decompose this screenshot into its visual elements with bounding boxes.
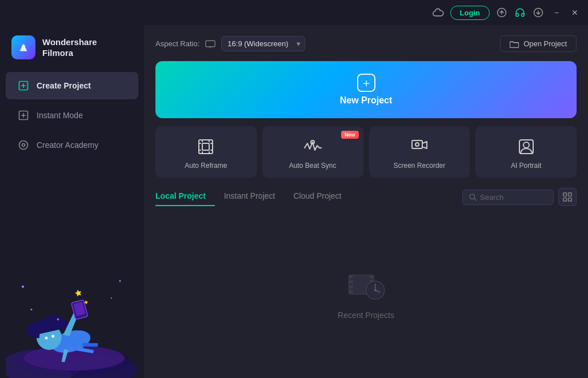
auto-beat-sync-icon <box>302 136 323 157</box>
svg-rect-51 <box>563 193 567 196</box>
svg-point-11 <box>19 141 28 150</box>
empty-projects-icon <box>346 263 386 303</box>
svg-text:✦: ✦ <box>82 298 90 307</box>
svg-point-26 <box>22 285 24 288</box>
svg-point-28 <box>111 297 112 299</box>
titlebar: Login − ✕ <box>0 0 588 25</box>
create-project-label: Create Project <box>37 81 91 90</box>
svg-rect-59 <box>349 290 353 293</box>
grid-view-icon <box>563 192 572 202</box>
auto-reframe-icon <box>195 136 216 157</box>
auto-beat-sync-label: Auto Beat Sync <box>289 162 337 170</box>
folder-icon <box>510 40 519 48</box>
monitor-icon <box>205 40 215 48</box>
svg-rect-44 <box>412 140 422 148</box>
brand: Wondershare Filmora <box>0 25 144 71</box>
download-icon[interactable] <box>532 6 545 19</box>
svg-point-46 <box>415 143 419 146</box>
svg-point-48 <box>523 142 529 148</box>
tabs-row: Local Project Instant Project Cloud Proj… <box>155 188 577 206</box>
instant-mode-label: Instant Mode <box>37 111 83 120</box>
open-project-label: Open Project <box>523 39 567 48</box>
aspect-ratio-row: Aspect Ratio: 16:9 (Widescreen) 9:16 (Po… <box>155 36 305 51</box>
feature-card-ai-portrait[interactable]: AI Portrait <box>475 126 577 178</box>
new-badge: New <box>341 131 359 139</box>
create-project-icon <box>17 79 30 92</box>
sidebar-item-create-project[interactable]: Create Project <box>6 72 138 99</box>
tab-cloud-project[interactable]: Cloud Project <box>284 188 350 206</box>
screen-recorder-icon <box>409 136 430 157</box>
search-input[interactable] <box>480 193 543 202</box>
svg-rect-52 <box>569 193 572 196</box>
tab-local-project[interactable]: Local Project <box>155 188 215 206</box>
svg-rect-33 <box>199 140 213 154</box>
sidebar-item-creator-academy[interactable]: Creator Academy <box>6 131 138 159</box>
aspect-ratio-label: Aspect Ratio: <box>155 39 199 48</box>
svg-rect-60 <box>370 275 374 278</box>
content-area: Aspect Ratio: 16:9 (Widescreen) 9:16 (Po… <box>144 25 588 378</box>
svg-rect-30 <box>206 41 215 47</box>
feature-card-auto-beat-sync[interactable]: New Auto Beat Sync <box>262 126 363 178</box>
top-bar: Aspect Ratio: 16:9 (Widescreen) 9:16 (Po… <box>155 35 577 52</box>
svg-rect-58 <box>349 285 353 288</box>
new-project-label: New Project <box>340 95 393 106</box>
brand-logo <box>11 35 35 59</box>
svg-rect-34 <box>202 143 209 150</box>
creator-academy-label: Creator Academy <box>37 140 98 150</box>
feature-cards: Auto Reframe New Auto Beat Sync <box>155 126 577 178</box>
grid-view-button[interactable] <box>558 188 577 206</box>
svg-rect-57 <box>349 280 353 283</box>
svg-point-12 <box>22 144 25 147</box>
close-button[interactable]: ✕ <box>569 6 581 19</box>
aspect-ratio-select[interactable]: 16:9 (Widescreen) 9:16 (Portrait) 1:1 (S… <box>221 36 305 51</box>
aspect-ratio-wrapper[interactable]: 16:9 (Widescreen) 9:16 (Portrait) 1:1 (S… <box>221 36 305 51</box>
cloud-icon[interactable] <box>432 6 445 19</box>
svg-marker-45 <box>422 142 427 148</box>
new-project-plus-icon: ＋ <box>357 74 375 92</box>
svg-point-29 <box>31 309 33 311</box>
instant-mode-icon <box>17 109 30 122</box>
svg-line-50 <box>474 199 477 201</box>
svg-text:⭐: ⭐ <box>74 288 83 297</box>
tab-instant-project[interactable]: Instant Project <box>215 188 285 206</box>
new-project-banner[interactable]: ＋ New Project <box>155 61 577 118</box>
feature-card-screen-recorder[interactable]: Screen Recorder <box>369 126 470 178</box>
minimize-button[interactable]: − <box>550 6 563 19</box>
screen-recorder-label: Screen Recorder <box>394 162 446 170</box>
svg-point-27 <box>119 280 121 282</box>
search-icon <box>469 193 477 201</box>
empty-state: Recent Projects <box>155 214 577 368</box>
auto-reframe-label: Auto Reframe <box>185 162 227 170</box>
login-button[interactable]: Login <box>450 6 490 20</box>
svg-rect-54 <box>569 198 572 202</box>
main-layout: Wondershare Filmora Create Project <box>0 25 588 378</box>
open-project-button[interactable]: Open Project <box>500 35 577 52</box>
svg-point-49 <box>470 194 474 199</box>
svg-point-4 <box>22 45 26 49</box>
recent-projects-label: Recent Projects <box>338 311 394 320</box>
sidebar: Wondershare Filmora Create Project <box>0 25 144 378</box>
sidebar-illustration: ✦ ✦ ⭐ <box>0 160 144 378</box>
ai-portrait-label: AI Portrait <box>511 162 541 170</box>
upload-icon[interactable] <box>495 6 508 19</box>
search-box <box>462 190 554 205</box>
headphone-icon[interactable] <box>514 6 526 19</box>
brand-name: Wondershare Filmora <box>42 37 97 59</box>
svg-rect-53 <box>563 198 567 202</box>
ai-portrait-icon <box>516 136 537 157</box>
svg-rect-56 <box>349 275 353 278</box>
svg-point-68 <box>374 289 377 291</box>
sidebar-item-instant-mode[interactable]: Instant Mode <box>6 102 138 129</box>
feature-card-auto-reframe[interactable]: Auto Reframe <box>155 126 257 178</box>
creator-academy-icon <box>17 139 30 151</box>
